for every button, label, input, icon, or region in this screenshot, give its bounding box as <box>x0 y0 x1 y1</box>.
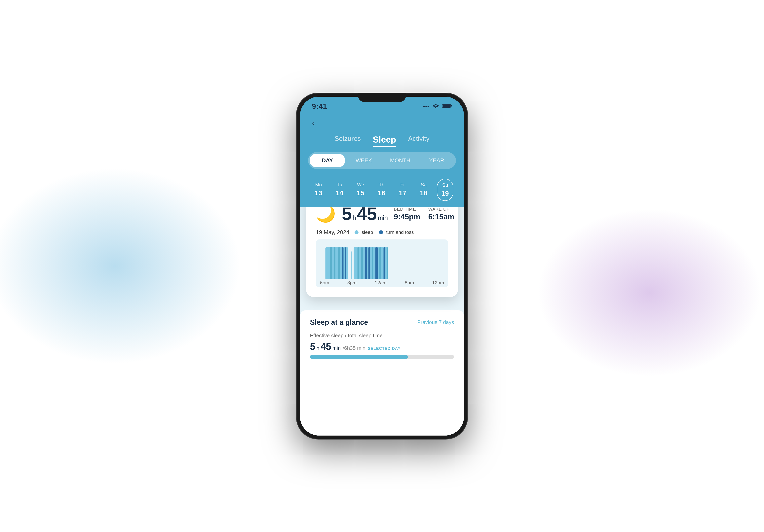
duration-mins-unit: min <box>378 214 388 222</box>
phone-wrapper: 9:41 ▪▪▪ <box>296 93 468 439</box>
status-time: 9:41 <box>312 102 327 110</box>
day-num-fri: 17 <box>399 189 407 197</box>
progress-bar-background <box>310 355 454 359</box>
sleep-chart: 6pm 8pm 12am 8am 12pm <box>316 240 448 287</box>
section-header: Sleep at a glance Previous 7 days <box>310 318 454 327</box>
svg-rect-8 <box>342 248 344 279</box>
svg-rect-9 <box>345 248 346 279</box>
stat-hours-unit: h <box>316 345 319 351</box>
period-link[interactable]: Previous 7 days <box>417 319 454 325</box>
period-year[interactable]: YEAR <box>419 154 455 167</box>
slash-separator: / <box>345 332 348 338</box>
duration-mins: 45 <box>357 207 377 223</box>
period-week[interactable]: WEEK <box>346 154 382 167</box>
wake-up-value: 6:15am <box>428 213 455 221</box>
svg-rect-17 <box>375 248 378 279</box>
day-item-thu[interactable]: Th 16 <box>374 179 389 201</box>
svg-rect-6 <box>334 248 335 279</box>
day-num-sat: 18 <box>420 189 427 197</box>
svg-point-0 <box>435 107 436 108</box>
toss-legend-label: turn and toss <box>386 230 414 235</box>
day-name-wed: We <box>357 182 364 188</box>
svg-rect-5 <box>330 248 332 279</box>
period-pills: DAY WEEK MONTH YEAR <box>308 152 456 169</box>
day-name-sun: Su <box>442 182 448 188</box>
svg-rect-19 <box>384 248 385 279</box>
day-item-tue[interactable]: Tu 14 <box>332 179 347 201</box>
phone-screen: 9:41 ▪▪▪ <box>300 97 464 436</box>
chart-label-6pm: 6pm <box>320 280 329 285</box>
chart-label-8am: 8am <box>405 280 414 285</box>
svg-rect-16 <box>372 248 373 279</box>
stat-hours: 5 <box>310 341 315 352</box>
svg-rect-4 <box>325 248 348 279</box>
stat-secondary: /6h35 min <box>343 345 365 351</box>
header-nav: ‹ Seizures Sleep Activity <box>300 112 464 152</box>
stat-mins-unit: min <box>332 345 341 351</box>
status-icons: ▪▪▪ <box>423 103 452 110</box>
tab-activity[interactable]: Activity <box>408 133 430 146</box>
day-item-fri[interactable]: Fr 17 <box>395 179 411 201</box>
svg-rect-20 <box>387 248 388 279</box>
day-item-sat[interactable]: Sa 18 <box>416 179 431 201</box>
duration-hours-unit: h <box>353 214 356 222</box>
sleep-legend: 19 May, 2024 sleep turn and toss <box>316 229 448 236</box>
sleep-duration: 5 h 45 min <box>342 207 388 223</box>
day-name-sat: Sa <box>421 182 427 188</box>
chart-label-12pm: 12pm <box>432 280 444 285</box>
period-month[interactable]: MONTH <box>382 154 418 167</box>
period-selector: DAY WEEK MONTH YEAR <box>300 152 464 175</box>
wifi-icon <box>432 103 439 110</box>
sleep-card: 🌙 5 h 45 min BED TIME 9:45pm <box>306 207 458 297</box>
day-num-tue: 14 <box>336 189 343 197</box>
stat-secondary-value: /6h35 <box>343 345 355 351</box>
day-name-mon: Mo <box>315 182 322 188</box>
day-item-wed[interactable]: We 15 <box>353 179 368 201</box>
total-sleep-text: total sleep time <box>348 332 383 338</box>
svg-rect-2 <box>451 105 452 106</box>
svg-rect-3 <box>443 104 450 107</box>
wake-up-time: WAKE UP 6:15am <box>428 207 455 221</box>
day-name-fri: Fr <box>400 182 405 188</box>
duration-hours: 5 <box>342 207 352 223</box>
battery-icon <box>442 103 452 110</box>
bed-time: BED TIME 9:45pm <box>394 207 420 221</box>
svg-rect-13 <box>361 248 363 279</box>
tab-seizures[interactable]: Seizures <box>334 133 361 146</box>
sleep-legend-label: sleep <box>362 230 373 235</box>
svg-rect-15 <box>368 248 370 279</box>
svg-rect-7 <box>338 248 340 279</box>
chart-label-12am: 12am <box>375 280 387 285</box>
day-item-sun[interactable]: Su 19 <box>437 179 453 201</box>
svg-rect-14 <box>365 248 367 279</box>
back-button[interactable]: ‹ <box>312 116 314 129</box>
stat-mins: 45 <box>320 341 331 352</box>
content-area: 🌙 5 h 45 min BED TIME 9:45pm <box>300 207 464 436</box>
toss-dot-icon <box>379 230 383 234</box>
legend-date: 19 May, 2024 <box>316 229 349 236</box>
nav-tabs: Seizures Sleep Activity <box>312 129 452 152</box>
day-selector: Mo 13 Tu 14 We 15 Th 16 Fr 17 <box>300 175 464 207</box>
day-num-sun: 19 <box>441 190 449 197</box>
effective-sleep-label: Effective sleep / total sleep time <box>310 332 454 339</box>
day-num-mon: 13 <box>315 189 322 197</box>
sleep-dot-icon <box>354 230 358 234</box>
tab-sleep[interactable]: Sleep <box>373 133 396 146</box>
bed-time-value: 9:45pm <box>394 213 420 221</box>
day-name-tue: Tu <box>337 182 342 188</box>
chart-label-8pm: 8pm <box>347 280 357 285</box>
bottom-content: Sleep at a glance Previous 7 days Effect… <box>300 310 464 436</box>
stat-secondary-unit: min <box>357 345 365 351</box>
bed-time-label: BED TIME <box>394 207 420 212</box>
svg-rect-12 <box>357 248 359 279</box>
period-day[interactable]: DAY <box>309 154 345 167</box>
stat-badge: SELECTED DAY <box>368 346 401 351</box>
effective-sleep-text: Effective sleep <box>310 332 344 338</box>
day-num-thu: 16 <box>378 189 385 197</box>
signal-icon: ▪▪▪ <box>423 103 429 110</box>
svg-rect-18 <box>379 248 381 279</box>
sleep-chart-svg <box>316 244 448 283</box>
day-item-mon[interactable]: Mo 13 <box>311 179 326 201</box>
sleep-times: BED TIME 9:45pm WAKE UP 6:15am <box>394 207 455 221</box>
wake-up-label: WAKE UP <box>428 207 455 212</box>
